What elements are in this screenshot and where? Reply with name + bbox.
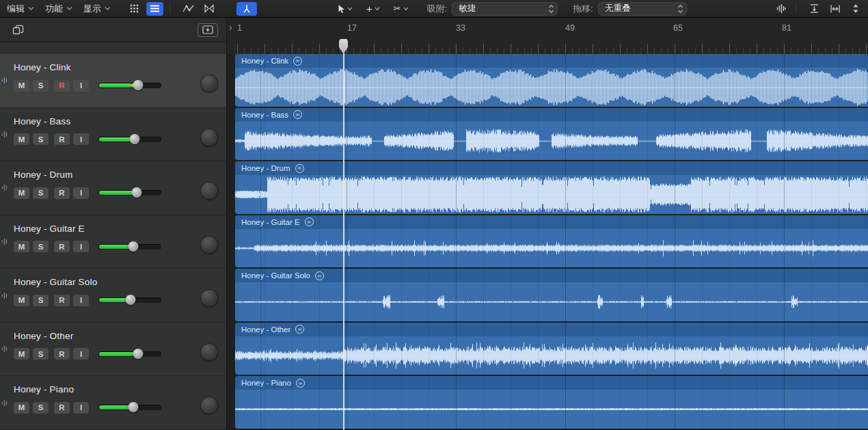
chevron-down-icon bbox=[347, 7, 353, 11]
region-header[interactable]: Honey - Guitar Solo ∞ bbox=[235, 269, 868, 282]
automation-button[interactable] bbox=[180, 2, 197, 16]
audio-region[interactable]: Honey - Guitar Solo ∞ bbox=[235, 269, 868, 321]
volume-slider[interactable] bbox=[98, 405, 161, 410]
track-row[interactable]: Honey - Bass M S R I bbox=[0, 108, 226, 162]
mute-button[interactable]: M bbox=[14, 348, 29, 360]
record-button[interactable]: R bbox=[54, 187, 70, 199]
record-button[interactable]: R bbox=[54, 241, 70, 252]
menu-edit[interactable]: 编辑 bbox=[7, 3, 34, 15]
audio-region[interactable]: Honey - Drum ∞ bbox=[235, 161, 868, 214]
mute-button[interactable]: M bbox=[14, 295, 29, 306]
audio-track-icon bbox=[0, 108, 9, 161]
left-click-tool-selector[interactable] bbox=[334, 2, 356, 16]
region-header[interactable]: Honey - Bass ∞ bbox=[235, 108, 868, 122]
waveform-zoom-button[interactable] bbox=[772, 2, 789, 16]
track-row[interactable]: Honey - Other M S R I bbox=[0, 323, 226, 377]
input-monitor-button[interactable]: I bbox=[73, 348, 89, 360]
input-monitor-button[interactable]: I bbox=[73, 295, 89, 306]
solo-button[interactable]: S bbox=[33, 402, 49, 414]
audio-track-icon bbox=[0, 269, 9, 322]
region-header[interactable]: Honey - Clink ∞ bbox=[235, 54, 868, 68]
catch-playhead-button[interactable] bbox=[236, 2, 257, 16]
audio-region[interactable]: Honey - Guitar E ∞ bbox=[235, 215, 868, 268]
drag-mode-value: 无重叠 bbox=[605, 3, 631, 14]
volume-knob[interactable] bbox=[133, 349, 143, 359]
track-row[interactable]: Honey - Guitar Solo M S R I bbox=[0, 269, 226, 323]
record-button[interactable]: R bbox=[54, 295, 70, 306]
input-monitor-button[interactable]: I bbox=[73, 241, 89, 252]
solo-button[interactable]: S bbox=[33, 348, 49, 360]
snap-mode-select[interactable]: 敏捷 bbox=[452, 2, 558, 16]
pan-knob[interactable] bbox=[200, 182, 218, 200]
mute-button[interactable]: M bbox=[14, 241, 29, 252]
solo-button[interactable]: S bbox=[33, 295, 49, 306]
volume-slider[interactable] bbox=[98, 244, 161, 250]
solo-button[interactable]: S bbox=[33, 187, 49, 199]
record-button[interactable]: R bbox=[54, 348, 70, 360]
volume-knob[interactable] bbox=[130, 134, 140, 144]
volume-slider[interactable] bbox=[98, 137, 161, 142]
audio-region[interactable]: Honey - Clink ∞ bbox=[235, 54, 868, 107]
mute-button[interactable]: M bbox=[14, 80, 29, 92]
region-header[interactable]: Honey - Drum ∞ bbox=[235, 161, 868, 175]
volume-slider[interactable] bbox=[98, 351, 161, 357]
solo-button[interactable]: S bbox=[33, 133, 49, 145]
new-track-button[interactable] bbox=[8, 23, 27, 38]
audio-region[interactable]: Honey - Other ∞ bbox=[235, 323, 868, 375]
track-height-button[interactable] bbox=[806, 2, 823, 16]
flex-button[interactable] bbox=[200, 2, 217, 16]
track-row[interactable]: Honey - Clink M S R I bbox=[0, 54, 226, 108]
region-header[interactable]: Honey - Guitar E ∞ bbox=[235, 215, 868, 229]
tracks-view-button[interactable] bbox=[146, 2, 163, 16]
region-header[interactable]: Honey - Piano ∞ bbox=[235, 376, 868, 390]
vertical-zoom-button[interactable] bbox=[847, 2, 864, 16]
input-monitor-button[interactable]: I bbox=[73, 187, 89, 199]
pan-knob[interactable] bbox=[200, 289, 218, 307]
volume-slider[interactable] bbox=[98, 83, 161, 88]
record-button[interactable]: R bbox=[54, 402, 70, 414]
volume-knob[interactable] bbox=[125, 295, 135, 305]
loop-icon: ∞ bbox=[296, 379, 305, 388]
right-click-tool-selector[interactable]: ✂ bbox=[390, 2, 412, 16]
audio-region[interactable]: Honey - Bass ∞ bbox=[235, 108, 868, 161]
drag-mode-select[interactable]: 无重叠 bbox=[598, 2, 687, 16]
audio-region[interactable]: Honey - Piano ∞ bbox=[235, 376, 868, 429]
horizontal-zoom-button[interactable] bbox=[826, 2, 843, 16]
track-row[interactable]: Honey - Guitar E M S R I bbox=[0, 215, 226, 269]
pan-knob[interactable] bbox=[200, 397, 218, 414]
hide-tracks-button[interactable] bbox=[198, 23, 218, 37]
horizontal-zoom-icon bbox=[830, 4, 841, 14]
pan-knob[interactable] bbox=[200, 236, 218, 254]
volume-knob[interactable] bbox=[128, 241, 138, 252]
audio-track-icon bbox=[0, 161, 9, 215]
volume-knob[interactable] bbox=[128, 402, 138, 412]
pan-knob[interactable] bbox=[200, 129, 218, 146]
input-monitor-button[interactable]: I bbox=[73, 133, 89, 145]
mute-button[interactable]: M bbox=[14, 133, 29, 145]
track-row[interactable]: Honey - Piano M S R I bbox=[0, 376, 226, 430]
volume-slider[interactable] bbox=[98, 190, 161, 196]
track-row[interactable]: Honey - Drum M S R I bbox=[0, 161, 226, 215]
command-click-tool-selector[interactable]: + bbox=[363, 2, 383, 16]
live-loops-grid-button[interactable] bbox=[126, 2, 143, 16]
record-button[interactable]: R bbox=[54, 80, 70, 92]
volume-slider[interactable] bbox=[98, 297, 161, 303]
volume-knob[interactable] bbox=[132, 187, 142, 198]
menu-functions[interactable]: 功能 bbox=[45, 3, 72, 15]
mute-button[interactable]: M bbox=[14, 402, 29, 414]
measure-number: 65 bbox=[673, 23, 683, 33]
chevron-down-icon bbox=[105, 6, 111, 11]
measure-number: 33 bbox=[456, 23, 465, 33]
mute-button[interactable]: M bbox=[14, 187, 29, 199]
bar-ruler[interactable]: › 1 17 33 49 65 81 bbox=[227, 18, 868, 54]
solo-button[interactable]: S bbox=[33, 80, 49, 92]
pan-knob[interactable] bbox=[200, 343, 218, 361]
record-button[interactable]: R bbox=[54, 133, 70, 145]
pan-knob[interactable] bbox=[200, 75, 218, 92]
input-monitor-button[interactable]: I bbox=[73, 402, 89, 414]
input-monitor-button[interactable]: I bbox=[73, 80, 89, 92]
menu-view[interactable]: 显示 bbox=[83, 3, 111, 15]
volume-knob[interactable] bbox=[133, 80, 143, 90]
solo-button[interactable]: S bbox=[33, 241, 49, 252]
region-header[interactable]: Honey - Other ∞ bbox=[235, 323, 868, 336]
